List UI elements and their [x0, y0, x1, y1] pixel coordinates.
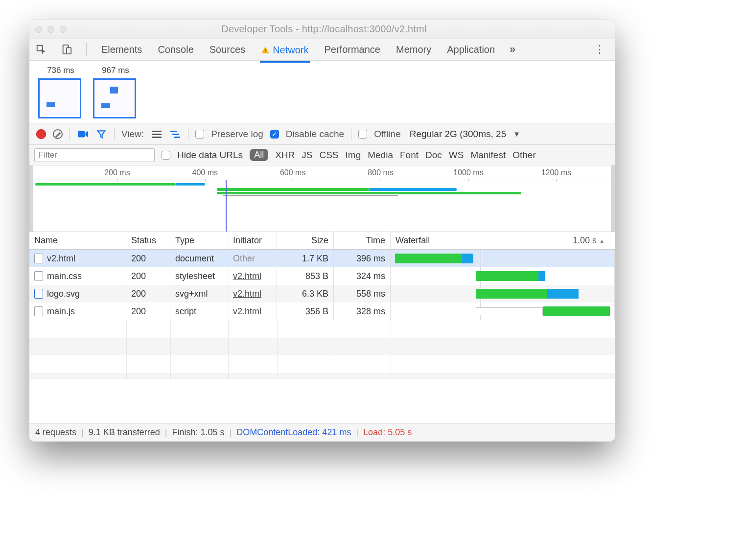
preserve-log-checkbox[interactable]	[195, 130, 204, 139]
waterfall-view-icon[interactable]	[169, 128, 181, 140]
preserve-log-label: Preserve log	[211, 129, 263, 140]
devtools-menu-button[interactable]: ⋮	[590, 43, 609, 56]
tab-memory[interactable]: Memory	[395, 41, 432, 58]
close-window-button[interactable]	[35, 26, 42, 33]
svg-rect-7	[152, 134, 162, 135]
filter-type-manifest[interactable]: Manifest	[470, 150, 506, 161]
filter-bar: Hide data URLs All XHR JS CSS Img Media …	[29, 145, 615, 165]
filmstrip-frame[interactable]: 967 ms	[93, 66, 138, 118]
divider: |	[81, 427, 84, 438]
table-row[interactable]: logo.svg 200 svg+xml v2.html 6.3 KB 558 …	[29, 285, 615, 303]
request-name: v2.html	[47, 254, 75, 264]
request-name: main.css	[47, 271, 82, 281]
ruler-tick: 200 ms	[104, 168, 130, 177]
toggle-device-icon[interactable]	[61, 44, 72, 55]
more-tabs-button[interactable]: »	[510, 43, 515, 56]
disable-cache-label: Disable cache	[286, 129, 344, 140]
filmstrip-frame[interactable]: 736 ms	[38, 66, 83, 118]
disable-cache-checkbox[interactable]: ✓	[270, 130, 279, 139]
tab-application[interactable]: Application	[446, 41, 496, 58]
request-initiator: v2.html	[228, 285, 277, 303]
request-initiator: v2.html	[228, 267, 277, 285]
filter-type-other[interactable]: Other	[512, 150, 536, 161]
filter-type-doc[interactable]: Doc	[425, 150, 442, 161]
filter-icon[interactable]	[95, 128, 107, 140]
filter-type-media[interactable]: Media	[368, 150, 393, 161]
frame-thumbnail	[38, 78, 81, 118]
overview-bars	[29, 182, 615, 199]
divider: |	[165, 427, 167, 438]
col-waterfall[interactable]: Waterfall 1.00 s▲	[391, 232, 615, 249]
divider	[114, 128, 115, 140]
panel-tabs: Elements Console Sources Network Perform…	[29, 39, 615, 61]
svg-rect-10	[172, 134, 179, 135]
table-row[interactable]: v2.html 200 document Other 1.7 KB 396 ms	[29, 250, 615, 267]
large-rows-icon[interactable]	[151, 128, 163, 140]
filter-type-img[interactable]: Img	[346, 150, 361, 161]
throttling-select[interactable]: Regular 2G (300ms, 25	[410, 129, 507, 140]
request-waterfall	[391, 303, 615, 320]
request-status: 200	[126, 285, 170, 303]
tab-console[interactable]: Console	[157, 41, 194, 58]
inspect-element-icon[interactable]	[35, 44, 47, 55]
filter-input[interactable]	[34, 148, 155, 162]
request-status: 200	[126, 250, 170, 267]
col-status[interactable]: Status	[126, 232, 170, 249]
requests-table: Name Status Type Initiator Size Time Wat…	[29, 232, 615, 379]
frame-time: 967 ms	[93, 66, 138, 75]
initiator-link[interactable]: v2.html	[233, 289, 261, 299]
status-domcontentloaded: DOMContentLoaded: 421 ms	[236, 427, 351, 438]
svg-rect-9	[170, 131, 177, 132]
request-time: 328 ms	[334, 303, 391, 320]
sort-asc-icon: ▲	[599, 237, 605, 245]
table-row[interactable]: main.css 200 stylesheet v2.html 853 B 32…	[29, 267, 615, 285]
status-finish: Finish: 1.05 s	[172, 427, 225, 438]
request-size: 1.7 KB	[277, 250, 334, 267]
col-initiator[interactable]: Initiator	[228, 232, 277, 249]
overview-chart[interactable]: 200 ms 400 ms 600 ms 800 ms 1000 ms 1200…	[29, 165, 615, 232]
table-row[interactable]: main.js 200 script v2.html 356 B 328 ms	[29, 303, 615, 320]
file-icon	[34, 306, 43, 316]
hide-data-urls-checkbox[interactable]	[162, 151, 170, 160]
ruler-tick: 800 ms	[368, 168, 393, 177]
record-button[interactable]	[36, 129, 46, 139]
svg-rect-3	[265, 48, 266, 51]
tab-sources[interactable]: Sources	[209, 41, 246, 58]
filter-type-xhr[interactable]: XHR	[275, 150, 295, 161]
initiator-link[interactable]: v2.html	[233, 271, 261, 281]
hide-data-urls-label: Hide data URLs	[177, 150, 243, 161]
filter-type-font[interactable]: Font	[400, 150, 418, 161]
initiator-link[interactable]: v2.html	[233, 306, 261, 317]
zoom-window-button[interactable]	[60, 26, 67, 33]
tab-network[interactable]: Network	[260, 42, 309, 62]
minimize-window-button[interactable]	[47, 26, 54, 33]
request-size: 853 B	[277, 267, 334, 285]
tab-performance[interactable]: Performance	[324, 41, 382, 58]
filter-type-css[interactable]: CSS	[319, 150, 338, 161]
filter-type-js[interactable]: JS	[302, 150, 312, 161]
ruler-tick: 1000 ms	[453, 168, 483, 177]
request-initiator: Other	[228, 250, 277, 267]
col-type[interactable]: Type	[170, 232, 228, 249]
clear-button[interactable]	[53, 129, 63, 139]
request-time: 558 ms	[334, 285, 391, 303]
network-toolbar: View: Preserve log ✓ Disable cache Offli…	[29, 123, 615, 145]
offline-checkbox[interactable]	[358, 130, 367, 139]
capture-screenshots-icon[interactable]	[77, 128, 89, 140]
ruler-tick: 1200 ms	[541, 168, 571, 177]
svg-rect-5	[78, 131, 85, 137]
divider	[70, 128, 70, 140]
file-icon	[34, 254, 43, 263]
chevron-down-icon[interactable]: ▼	[513, 130, 520, 138]
tab-elements[interactable]: Elements	[100, 41, 143, 58]
filter-type-all[interactable]: All	[250, 149, 268, 161]
request-time: 396 ms	[334, 250, 391, 267]
col-size[interactable]: Size	[277, 232, 334, 249]
request-size: 6.3 KB	[277, 285, 334, 303]
divider	[351, 128, 351, 140]
svg-rect-6	[152, 131, 162, 132]
filter-type-ws[interactable]: WS	[449, 150, 464, 161]
ruler-tick: 600 ms	[280, 168, 305, 177]
col-name[interactable]: Name	[29, 232, 126, 249]
col-time[interactable]: Time	[334, 232, 391, 249]
